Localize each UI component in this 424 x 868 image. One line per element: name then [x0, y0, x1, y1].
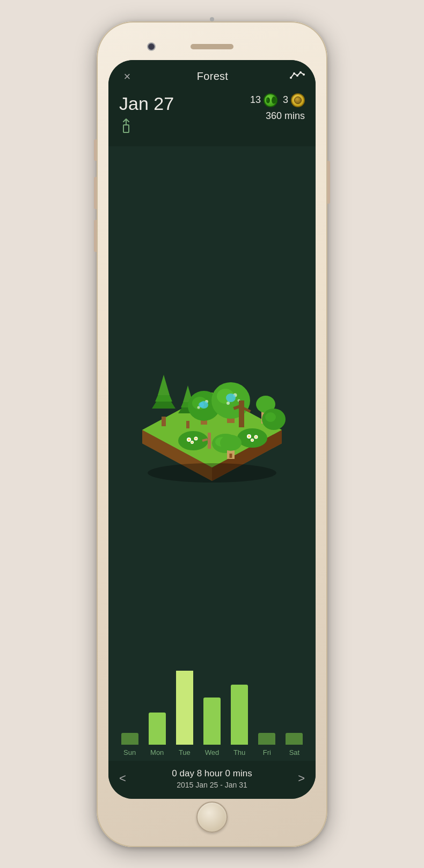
top-dot: [210, 17, 214, 21]
svg-point-7: [266, 98, 268, 100]
speaker-grille: [191, 44, 233, 49]
svg-point-2: [296, 75, 298, 77]
svg-rect-13: [162, 417, 166, 426]
svg-rect-51: [208, 433, 211, 449]
next-week-button[interactable]: >: [298, 771, 305, 785]
gold-coin-inner: [294, 97, 302, 104]
gold-coin-group: 3: [283, 93, 305, 107]
chart-area: Sun Mon Tue Wed: [108, 671, 316, 761]
svg-rect-5: [123, 125, 129, 132]
stats-right: 13 3 36: [250, 93, 305, 122]
svg-point-4: [303, 73, 305, 76]
svg-rect-35: [239, 400, 244, 427]
bar-col-mon: Mon: [143, 713, 171, 756]
bar-col-fri: Fri: [253, 733, 281, 756]
gold-coin-count: 3: [283, 94, 288, 106]
bar-col-sat: Sat: [281, 733, 308, 756]
svg-point-50: [192, 441, 193, 443]
svg-point-67: [148, 463, 276, 483]
svg-point-43: [265, 412, 276, 422]
stats-icon[interactable]: [290, 70, 305, 83]
svg-point-60: [248, 435, 250, 437]
svg-point-48: [188, 439, 190, 441]
week-duration: 0 day 8 hour 0 mins: [172, 768, 252, 779]
svg-point-3: [299, 71, 302, 73]
svg-point-1: [293, 72, 295, 75]
week-info: 0 day 8 hour 0 mins 2015 Jan 25 - Jan 31: [172, 768, 252, 789]
home-button[interactable]: [196, 802, 228, 833]
bar-col-sun: Sun: [116, 733, 143, 756]
bar-label-tue: Tue: [179, 748, 191, 756]
svg-point-49: [195, 437, 197, 440]
bar-fri: [258, 733, 275, 745]
bar-col-thu: Thu: [226, 685, 253, 756]
gold-coin-icon: [291, 93, 305, 107]
date-label: Jan 27: [119, 93, 174, 114]
bar-wed: [203, 698, 221, 745]
bar-col-wed: Wed: [198, 698, 225, 756]
svg-point-65: [220, 435, 242, 451]
bar-col-tue: Tue: [171, 670, 198, 756]
coins-row: 13 3: [250, 93, 305, 107]
prev-week-button[interactable]: <: [119, 771, 126, 785]
green-coin-group: 13: [250, 93, 277, 107]
bar-mon: [149, 713, 166, 745]
share-button[interactable]: [119, 118, 174, 138]
phone-frame: × Forest Jan 27: [97, 21, 327, 847]
svg-marker-16: [158, 375, 170, 395]
app-title: Forest: [197, 70, 228, 83]
svg-point-0: [290, 77, 292, 79]
svg-point-56: [237, 428, 267, 448]
svg-point-61: [255, 436, 257, 438]
bar-sat: [286, 733, 303, 745]
bar-tue: [176, 670, 193, 745]
forest-illustration: [108, 146, 316, 671]
mute-button: [94, 139, 97, 161]
svg-point-62: [252, 439, 253, 441]
bar-thu: [231, 685, 248, 745]
svg-point-27: [199, 402, 204, 407]
svg-rect-17: [186, 421, 189, 428]
bar-label-mon: Mon: [150, 748, 164, 756]
week-summary: < 0 day 8 hour 0 mins 2015 Jan 25 - Jan …: [108, 761, 316, 799]
bar-label-thu: Thu: [233, 748, 245, 756]
svg-point-34: [226, 394, 236, 402]
front-camera: [147, 42, 156, 51]
volume-down-button: [94, 220, 97, 252]
bars-container: Sun Mon Tue Wed: [116, 671, 308, 756]
phone-top-bar: [108, 33, 316, 60]
phone-screen: × Forest Jan 27: [108, 60, 316, 799]
bar-sun: [121, 733, 138, 745]
power-button: [327, 161, 330, 204]
green-coin-count: 13: [250, 94, 261, 106]
bar-label-sat: Sat: [289, 748, 300, 756]
date-row: Jan 27 13: [108, 91, 316, 146]
volume-up-button: [94, 177, 97, 209]
phone-bottom-bar: [108, 799, 316, 835]
svg-rect-66: [230, 454, 232, 458]
green-coin-icon: [264, 93, 277, 107]
bar-label-sun: Sun: [123, 748, 136, 756]
close-button[interactable]: ×: [119, 70, 135, 84]
minutes-label: 360 mins: [266, 110, 305, 122]
svg-point-32: [226, 402, 230, 405]
bar-label-wed: Wed: [205, 748, 220, 756]
bar-label-fri: Fri: [263, 748, 271, 756]
week-range: 2015 Jan 25 - Jan 31: [172, 781, 252, 789]
app-header: × Forest: [108, 60, 316, 91]
